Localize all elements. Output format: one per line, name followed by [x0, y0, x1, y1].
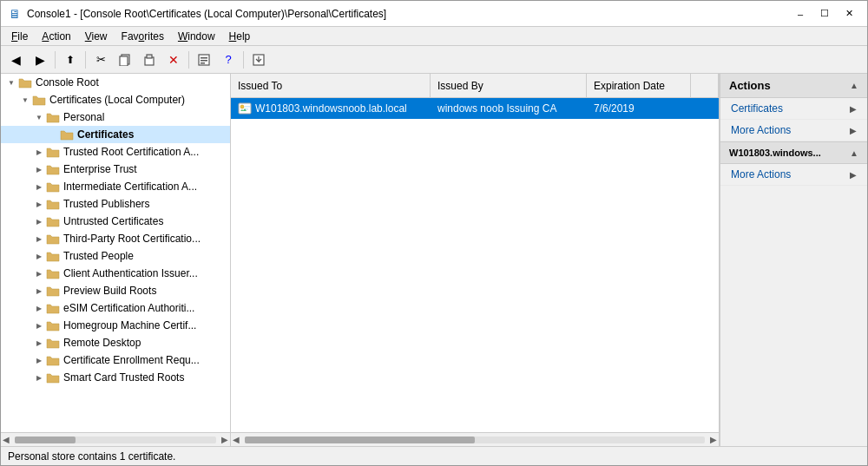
submenu-arrow-icon: ▶: [850, 126, 857, 135]
expand-icon: ▶: [32, 232, 46, 246]
cert-cell-issued-to: W101803.windowsnoob.lab.local: [231, 102, 431, 115]
menu-bar: File Action View Favorites Window Help: [1, 27, 867, 46]
tree-item-enterprise-trust[interactable]: ▶ Enterprise Trust: [1, 161, 230, 178]
actions-section-header[interactable]: Actions ▲: [720, 74, 867, 98]
tree-label: Third-Party Root Certificatio...: [63, 233, 201, 245]
properties-button[interactable]: [193, 49, 215, 71]
expand-icon: [46, 128, 60, 141]
folder-icon: [46, 163, 60, 175]
folder-icon: [46, 215, 60, 227]
cert-table: Issued To Issued By Expiration Date: [231, 74, 719, 432]
svg-rect-3: [147, 55, 152, 58]
expand-icon: ▶: [32, 197, 46, 211]
cut-button[interactable]: ✂: [89, 49, 112, 71]
collapse-icon[interactable]: ▲: [850, 81, 858, 90]
expand-icon: ▶: [32, 336, 46, 350]
app-icon: 🖥: [8, 7, 22, 21]
tree-item-smart-card[interactable]: ▶ Smart Card Trusted Roots: [1, 369, 230, 386]
col-header-expiry[interactable]: Expiration Date: [587, 74, 691, 97]
expand-icon: ▶: [32, 371, 46, 384]
back-button[interactable]: ◀: [4, 49, 27, 71]
window-title: Console1 - [Console Root\Certificates (L…: [27, 8, 789, 20]
col-header-issued-by[interactable]: Issued By: [431, 74, 587, 97]
tree-label: Personal: [63, 111, 104, 123]
export-button[interactable]: [247, 49, 270, 71]
tree-item-trusted-publishers[interactable]: ▶ Trusted Publishers: [1, 195, 230, 213]
tree-item-certificates[interactable]: Certificates: [1, 126, 230, 143]
copy-button[interactable]: [114, 49, 136, 71]
col-header-issued-to[interactable]: Issued To: [231, 74, 431, 97]
svg-rect-7: [201, 62, 205, 64]
tree-item-cert-enrollment[interactable]: ▶ Certificate Enrollment Requ...: [1, 351, 230, 369]
tree-label: Homegroup Machine Certif...: [63, 319, 196, 331]
cert-icon: [238, 102, 252, 115]
tree-panel: ▼ Console Root ▼ Certificates (Local Com…: [1, 74, 231, 446]
tree-label: Certificates (Local Computer): [49, 94, 185, 106]
actions-title: Actions: [729, 79, 771, 92]
tree-label: Enterprise Trust: [63, 163, 137, 175]
menu-help[interactable]: Help: [222, 29, 258, 44]
tree-item-client-auth[interactable]: ▶ Client Authentication Issuer...: [1, 265, 230, 282]
tree-label: eSIM Certification Authoriti...: [63, 302, 194, 314]
tree-item-certs-local[interactable]: ▼ Certificates (Local Computer): [1, 91, 230, 108]
more-actions-2[interactable]: More Actions ▶: [720, 164, 867, 186]
tree-item-third-party-root[interactable]: ▶ Third-Party Root Certificatio...: [1, 230, 230, 247]
tree-container[interactable]: ▼ Console Root ▼ Certificates (Local Com…: [1, 74, 230, 432]
tree-label: Trusted People: [63, 250, 134, 262]
status-text: Personal store contains 1 certificate.: [8, 450, 175, 463]
menu-window[interactable]: Window: [171, 29, 222, 44]
w101803-section-header[interactable]: W101803.windows... ▲: [720, 142, 867, 164]
tree-item-homegroup[interactable]: ▶ Homegroup Machine Certif...: [1, 317, 230, 334]
folder-icon: [46, 337, 60, 349]
paste-button[interactable]: [138, 49, 161, 71]
certificates-action[interactable]: Certificates ▶: [720, 98, 867, 120]
tree-item-remote-desktop[interactable]: ▶ Remote Desktop: [1, 334, 230, 351]
menu-view[interactable]: View: [78, 29, 115, 44]
cert-table-body[interactable]: W101803.windowsnoob.lab.local windows no…: [231, 98, 719, 432]
cert-cell-issued-by: windows noob Issuing CA: [431, 102, 587, 115]
expand-icon: ▶: [32, 162, 46, 176]
toolbar-separator-1: [55, 51, 56, 69]
folder-icon: [46, 267, 60, 279]
tree-item-trusted-root[interactable]: ▶ Trusted Root Certification A...: [1, 143, 230, 161]
expand-icon: ▶: [32, 266, 46, 280]
help-button[interactable]: ?: [217, 49, 240, 71]
folder-icon: [46, 233, 60, 245]
close-button[interactable]: ✕: [838, 5, 860, 23]
col-header-extra: [691, 74, 719, 97]
up-button[interactable]: ⬆: [59, 49, 82, 71]
folder-icon: [46, 354, 60, 366]
expand-icon: ▶: [32, 249, 46, 263]
tree-label: Untrusted Certificates: [63, 215, 163, 227]
w101803-title: W101803.windows...: [729, 148, 821, 158]
cert-horizontal-scrollbar[interactable]: ◀ ▶: [231, 432, 719, 446]
folder-icon: [46, 302, 60, 314]
restore-button[interactable]: ☐: [813, 5, 836, 23]
svg-point-10: [240, 105, 244, 108]
menu-favorites[interactable]: Favorites: [115, 29, 171, 44]
menu-file[interactable]: File: [4, 29, 35, 44]
collapse-icon[interactable]: ▲: [850, 148, 858, 158]
tree-item-esim-cert[interactable]: ▶ eSIM Certification Authoriti...: [1, 299, 230, 317]
status-bar: Personal store contains 1 certificate.: [1, 446, 867, 465]
cert-row[interactable]: W101803.windowsnoob.lab.local windows no…: [231, 98, 719, 119]
expand-icon: ▶: [32, 145, 46, 159]
tree-item-personal[interactable]: ▼ Personal: [1, 108, 230, 126]
folder-icon: [32, 94, 46, 106]
tree-horizontal-scrollbar[interactable]: ◀ ▶: [1, 432, 230, 446]
tree-item-console-root[interactable]: ▼ Console Root: [1, 74, 230, 91]
actions-panel: Actions ▲ Certificates ▶ More Actions ▶ …: [720, 74, 867, 446]
tree-item-preview-build[interactable]: ▶ Preview Build Roots: [1, 282, 230, 299]
forward-button[interactable]: ▶: [29, 49, 51, 71]
expand-icon: ▼: [32, 110, 46, 124]
tree-item-intermediate-cert[interactable]: ▶ Intermediate Certification A...: [1, 178, 230, 195]
toolbar-separator-2: [85, 51, 86, 69]
menu-action[interactable]: Action: [35, 29, 77, 44]
tree-item-untrusted-certs[interactable]: ▶ Untrusted Certificates: [1, 213, 230, 230]
submenu-arrow-icon: ▶: [850, 104, 857, 114]
more-actions-1[interactable]: More Actions ▶: [720, 120, 867, 141]
minimize-button[interactable]: –: [789, 5, 812, 23]
delete-button[interactable]: ✕: [162, 49, 185, 71]
folder-icon: [46, 250, 60, 262]
tree-item-trusted-people[interactable]: ▶ Trusted People: [1, 247, 230, 265]
